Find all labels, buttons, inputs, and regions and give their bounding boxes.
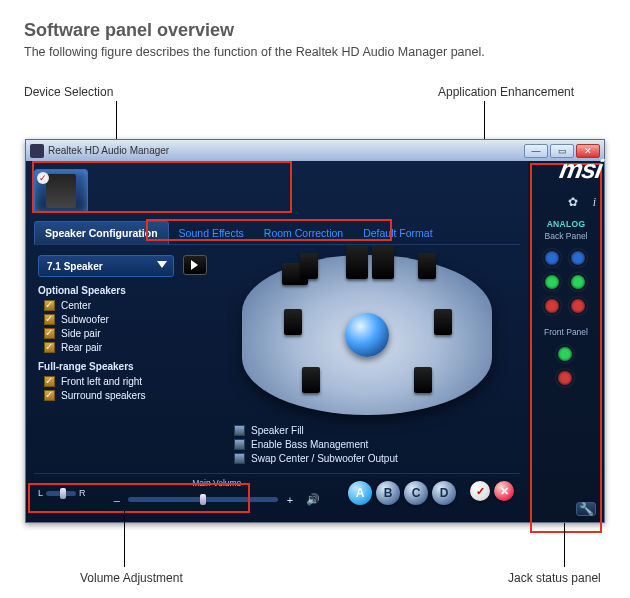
preset-c-button[interactable]: C	[404, 481, 428, 505]
dropdown-value: 7.1 Speaker	[47, 261, 103, 272]
stage-speaker[interactable]	[414, 367, 432, 393]
settings-gear-icon[interactable]: ✿	[568, 195, 578, 209]
connector-settings-button[interactable]: 🔧	[576, 502, 596, 516]
stage-speaker[interactable]	[302, 367, 320, 393]
audio-jack[interactable]	[543, 297, 561, 315]
minimize-button[interactable]: —	[524, 144, 548, 158]
volume-plus-icon[interactable]: +	[283, 494, 297, 506]
stage-speaker[interactable]	[434, 309, 452, 335]
cancel-button[interactable]: ✕	[494, 481, 514, 501]
speaker-icon[interactable]: 🔊	[302, 493, 324, 506]
play-test-button[interactable]	[183, 255, 207, 275]
chevron-down-icon	[157, 261, 167, 268]
chk-label: Center	[61, 300, 91, 311]
audio-jack[interactable]	[569, 273, 587, 291]
back-panel-jacks	[528, 249, 604, 315]
app-icon	[30, 144, 44, 158]
jack-status-panel: ✿ i ANALOG Back Panel Front Panel 🔧	[528, 161, 604, 522]
callout-line	[124, 511, 125, 567]
audio-jack[interactable]	[569, 249, 587, 267]
chk-label: Side pair	[61, 328, 100, 339]
checkbox-icon	[44, 342, 55, 353]
chk-subwoofer[interactable]: Subwoofer	[44, 314, 218, 325]
audio-jack[interactable]	[569, 297, 587, 315]
balance-left-label: L	[38, 488, 43, 498]
main-volume-slider[interactable]	[128, 497, 278, 502]
chk-label: Surround speakers	[61, 390, 146, 401]
preset-a-button[interactable]: A	[348, 481, 372, 505]
speaker-config-dropdown[interactable]: 7.1 Speaker	[38, 255, 174, 277]
chk-label: Speaker Fill	[251, 425, 304, 436]
audio-jack[interactable]	[556, 345, 574, 363]
chk-label: Swap Center / Subwoofer Output	[251, 453, 398, 464]
stage-speaker[interactable]	[346, 245, 368, 279]
chk-speaker-fill[interactable]: Speaker Fill	[234, 425, 516, 436]
listener-icon	[345, 313, 389, 357]
chk-label: Enable Bass Management	[251, 439, 368, 450]
checkbox-icon	[234, 453, 245, 464]
chk-front-lr[interactable]: Front left and right	[44, 376, 218, 387]
tab-bar: Speaker Configuration Sound Effects Room…	[34, 219, 520, 245]
audio-jack[interactable]	[556, 369, 574, 387]
callout-device-selection: Device Selection	[24, 85, 113, 99]
callout-line	[564, 523, 565, 567]
stage-speaker[interactable]	[372, 245, 394, 279]
page-heading: Software panel overview	[24, 20, 606, 41]
chk-rear-pair[interactable]: Rear pair	[44, 342, 218, 353]
optional-speakers-title: Optional Speakers	[38, 285, 218, 296]
chk-label: Rear pair	[61, 342, 102, 353]
main-volume-label: Main Volume	[100, 478, 334, 488]
stage-speaker[interactable]	[418, 253, 436, 279]
checkbox-icon	[234, 425, 245, 436]
chk-bass-management[interactable]: Enable Bass Management	[234, 439, 516, 450]
checkbox-icon	[234, 439, 245, 450]
callout-jack-status: Jack status panel	[508, 571, 601, 585]
device-speakers[interactable]: ✓	[34, 169, 88, 213]
checkbox-icon	[44, 390, 55, 401]
callout-app-enhancement: Application Enhancement	[438, 85, 574, 99]
chk-swap-center-sub[interactable]: Swap Center / Subwoofer Output	[234, 453, 516, 464]
front-panel-jacks	[528, 345, 604, 387]
tab-room-correction[interactable]: Room Correction	[254, 222, 353, 244]
msi-logo: msi	[557, 154, 604, 185]
chk-side-pair[interactable]: Side pair	[44, 328, 218, 339]
chk-label: Subwoofer	[61, 314, 109, 325]
fullrange-speakers-title: Full-range Speakers	[38, 361, 218, 372]
balance-slider[interactable]	[46, 491, 76, 496]
analog-label: ANALOG	[528, 219, 604, 229]
checkbox-icon	[44, 314, 55, 325]
audio-jack[interactable]	[543, 273, 561, 291]
stage-speaker[interactable]	[284, 309, 302, 335]
app-window: Realtek HD Audio Manager — ▭ ✕ ✓ Speaker…	[25, 139, 605, 523]
checkbox-icon	[44, 300, 55, 311]
tab-default-format[interactable]: Default Format	[353, 222, 442, 244]
chk-center[interactable]: Center	[44, 300, 218, 311]
chk-surround[interactable]: Surround speakers	[44, 390, 218, 401]
window-title: Realtek HD Audio Manager	[48, 145, 169, 156]
page-subheading: The following figure describes the funct…	[24, 45, 606, 59]
front-panel-label: Front Panel	[528, 327, 604, 337]
device-default-check-icon: ✓	[37, 172, 49, 184]
brand-area: msi	[560, 152, 608, 185]
speaker-layout-stage	[242, 255, 492, 415]
checkbox-icon	[44, 376, 55, 387]
info-icon[interactable]: i	[593, 195, 596, 210]
checkbox-icon	[44, 328, 55, 339]
volume-minus-icon[interactable]: –	[110, 494, 124, 506]
audio-jack[interactable]	[543, 249, 561, 267]
apply-button[interactable]: ✓	[470, 481, 490, 501]
tab-speaker-configuration[interactable]: Speaker Configuration	[34, 221, 169, 244]
tab-sound-effects[interactable]: Sound Effects	[169, 222, 254, 244]
preset-d-button[interactable]: D	[432, 481, 456, 505]
chk-label: Front left and right	[61, 376, 142, 387]
callout-volume-adjustment: Volume Adjustment	[80, 571, 183, 585]
back-panel-label: Back Panel	[528, 231, 604, 241]
balance-control: L R	[38, 488, 86, 498]
balance-right-label: R	[79, 488, 86, 498]
preset-b-button[interactable]: B	[376, 481, 400, 505]
stage-speaker[interactable]	[300, 253, 318, 279]
titlebar: Realtek HD Audio Manager — ▭ ✕	[26, 140, 604, 161]
